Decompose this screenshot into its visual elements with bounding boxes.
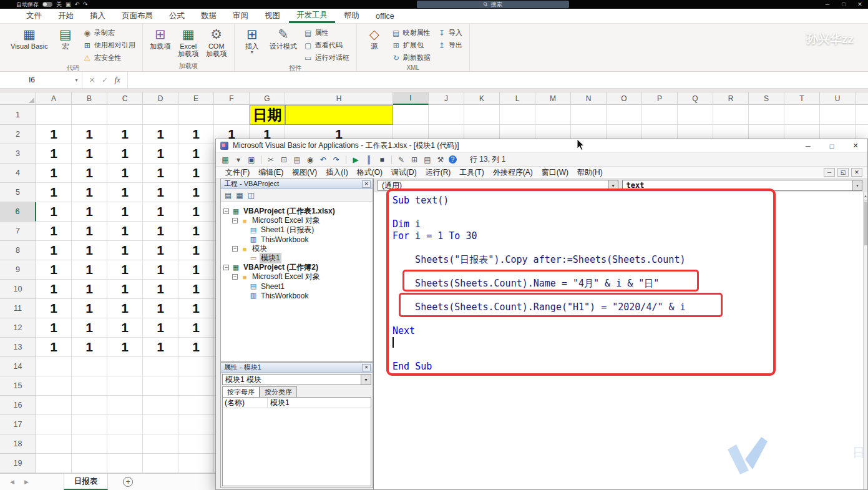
cell-E2[interactable]: 1 (178, 125, 214, 144)
cell-B3[interactable]: 1 (72, 144, 107, 164)
row-header-15[interactable]: 15 (0, 376, 36, 396)
cell-C18[interactable] (107, 434, 143, 454)
cell-B18[interactable] (72, 434, 107, 454)
select-all-corner[interactable] (0, 92, 36, 105)
tree-item[interactable]: −■Microsoft Excel 对象 (221, 272, 373, 282)
cell-D15[interactable] (143, 376, 178, 396)
cell-C9[interactable]: 1 (107, 260, 143, 280)
cell-B12[interactable]: 1 (72, 318, 107, 338)
view-object-icon[interactable]: ▦ (236, 191, 243, 200)
column-header-B[interactable]: B (72, 92, 107, 105)
cell-D9[interactable]: 1 (143, 260, 178, 280)
code-line-1[interactable] (393, 207, 863, 218)
prev-sheet-icon[interactable]: ◀ (10, 479, 14, 485)
column-header-K[interactable]: K (464, 92, 500, 105)
cell-E16[interactable] (178, 396, 214, 415)
cancel-icon[interactable]: ✕ (89, 76, 95, 84)
column-header-F[interactable]: F (214, 92, 250, 105)
cell-A19[interactable] (36, 454, 72, 473)
tree-item[interactable]: ▭模块1 (221, 253, 373, 263)
column-header-P[interactable]: P (642, 92, 678, 105)
cell-D7[interactable]: 1 (143, 222, 178, 241)
cut-icon[interactable]: ✂ (266, 155, 276, 165)
cell-O1[interactable] (607, 105, 642, 125)
mdi-restore-button[interactable]: ◱ (837, 168, 849, 177)
cell-C15[interactable] (107, 376, 143, 396)
cell-A1[interactable] (36, 105, 72, 125)
enter-icon[interactable]: ✓ (102, 76, 107, 84)
tree-item[interactable]: ▤Sheet1 (221, 282, 373, 291)
cell-B15[interactable] (72, 376, 107, 396)
ribbon-tab-7[interactable]: 视图 (257, 9, 288, 23)
close-button[interactable]: ✕ (852, 0, 868, 9)
column-header-G[interactable]: G (250, 92, 285, 105)
add-sheet-button[interactable]: + (123, 477, 133, 487)
ribbon-tab-3[interactable]: 页面布局 (114, 9, 160, 23)
cell-B19[interactable] (72, 454, 107, 473)
column-header-E[interactable]: E (178, 92, 214, 105)
cell-P1[interactable] (642, 105, 678, 125)
code-line-9[interactable]: Sheets(Sheets.Count).Range("H1") = "2020… (393, 301, 863, 313)
find-icon[interactable]: ◉ (305, 155, 315, 165)
view-code-icon[interactable]: ▤ (225, 191, 232, 200)
cell-B5[interactable]: 1 (72, 183, 107, 202)
cell-H1[interactable] (285, 105, 393, 125)
ribbon-button-relative-references[interactable]: ⊞使用相对引用 (80, 39, 138, 51)
ribbon-button-run-dialog[interactable]: ▭运行对话框 (301, 52, 352, 64)
cell-B10[interactable]: 1 (72, 280, 107, 299)
cell-D19[interactable] (143, 454, 178, 473)
search-box[interactable]: ⚲ 搜索 (417, 1, 569, 8)
column-header-I[interactable]: I (393, 92, 429, 105)
next-sheet-icon[interactable]: ▶ (24, 479, 29, 485)
code-line-14[interactable]: End Sub (393, 361, 863, 373)
reset-icon[interactable]: ■ (377, 155, 387, 165)
ribbon-button-visual-basic[interactable]: ▦Visual Basic (8, 25, 51, 50)
tree-expand-icon[interactable]: − (232, 218, 238, 223)
ribbon-tab-8[interactable]: 开发工具 (289, 9, 335, 23)
property-value[interactable]: 模块1 (268, 398, 371, 408)
cell-D4[interactable]: 1 (143, 164, 178, 183)
sheet-tab-active[interactable]: 日报表 (64, 474, 109, 490)
vba-menu-8[interactable]: 外接程序(A) (489, 167, 537, 178)
vba-menu-0[interactable]: 文件(F) (221, 167, 254, 178)
column-header-N[interactable]: N (571, 92, 607, 105)
cell-A8[interactable]: 1 (36, 241, 72, 260)
cell-I1[interactable] (393, 105, 429, 125)
cell-A17[interactable] (36, 415, 72, 434)
properties-object-selector[interactable]: 模块1 模块 ▾ (222, 374, 371, 385)
cell-D3[interactable]: 1 (143, 144, 178, 164)
cell-C13[interactable]: 1 (107, 338, 143, 357)
tree-item[interactable]: −■模块 (221, 244, 373, 253)
autosave-toggle[interactable] (42, 2, 52, 7)
column-header-O[interactable]: O (607, 92, 642, 105)
cell-E6[interactable]: 1 (178, 202, 214, 222)
row-header-5[interactable]: 5 (0, 183, 36, 202)
cell-B1[interactable] (72, 105, 107, 125)
vba-menu-5[interactable]: 调试(D) (387, 167, 421, 178)
maximize-button[interactable]: □ (836, 0, 852, 9)
cell-C17[interactable] (107, 415, 143, 434)
vba-menu-4[interactable]: 格式(O) (353, 167, 387, 178)
row-header-1[interactable]: 1 (0, 105, 36, 125)
tree-expand-icon[interactable]: − (232, 246, 238, 252)
cell-E5[interactable]: 1 (178, 183, 214, 202)
name-box-dropdown-icon[interactable]: ▾ (71, 72, 82, 88)
cell-E4[interactable]: 1 (178, 164, 214, 183)
column-header-L[interactable]: L (500, 92, 535, 105)
tree-item[interactable]: −▦VBAProject (工作簿2) (221, 263, 373, 272)
insert-function-icon[interactable]: fx (114, 75, 120, 85)
cell-A6[interactable]: 1 (36, 202, 72, 222)
cell-D1[interactable] (143, 105, 178, 125)
ribbon-button-excel-add-ins[interactable]: ▦Excel 加载项 (175, 25, 202, 57)
column-header-C[interactable]: C (107, 92, 143, 105)
tree-item[interactable]: −■Microsoft Excel 对象 (221, 216, 373, 225)
property-name[interactable]: (名称) (223, 398, 268, 408)
ribbon-tab-9[interactable]: 帮助 (336, 9, 367, 23)
cell-E15[interactable] (178, 376, 214, 396)
name-box[interactable]: I6 (24, 72, 71, 88)
ribbon-button-com-add-ins[interactable]: ⚙COM 加载项 (203, 25, 230, 57)
cell-L1[interactable] (500, 105, 535, 125)
cell-C5[interactable]: 1 (107, 183, 143, 202)
cell-E3[interactable]: 1 (178, 144, 214, 164)
row-header-17[interactable]: 17 (0, 415, 36, 434)
